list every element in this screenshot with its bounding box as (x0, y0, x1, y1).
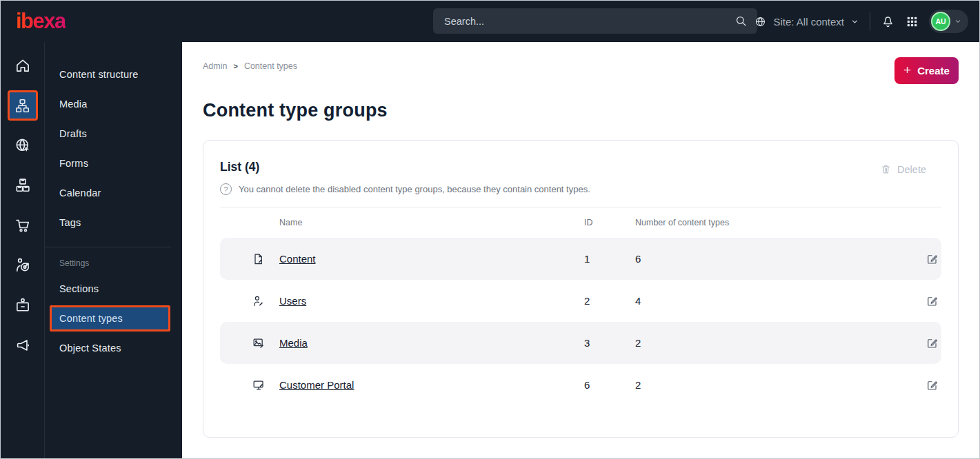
delete-button-label: Delete (897, 164, 926, 175)
packages-icon (14, 176, 32, 194)
sidebar-item-personalization[interactable] (8, 250, 38, 280)
icon-rail (1, 42, 45, 458)
table-row: Users 2 4 (220, 280, 941, 322)
search-input[interactable] (443, 15, 734, 28)
menu-item-label: Calendar (59, 187, 101, 198)
sidebar-item-calendar[interactable]: Calendar (45, 178, 182, 207)
sidebar-item-products[interactable] (8, 170, 38, 201)
main-content: Admin > Content types + Create Content t… (182, 42, 979, 458)
sidebar-item-forms[interactable]: Forms (45, 148, 182, 178)
group-count: 6 (635, 253, 911, 265)
sidebar-item-content-structure[interactable]: Content structure (45, 59, 182, 89)
sidebar-item-sections[interactable]: Sections (45, 274, 182, 303)
sidebar-item-tags[interactable]: Tags (45, 207, 182, 237)
home-icon (14, 57, 32, 74)
edit-icon[interactable] (926, 378, 941, 391)
sidebar-item-drafts[interactable]: Drafts (45, 119, 182, 148)
sidebar-item-marketing[interactable] (8, 330, 38, 360)
menu-item-label: Sections (59, 283, 99, 294)
edit-icon[interactable] (926, 252, 941, 265)
breadcrumb: Admin > Content types (203, 61, 297, 71)
globe-icon (754, 15, 767, 28)
sidebar-item-object-states[interactable]: Object States (45, 333, 182, 363)
column-header-count: Number of content types (635, 218, 911, 227)
user-menu[interactable]: AU (929, 10, 968, 33)
group-link-content[interactable]: Content (279, 253, 316, 265)
chevron-down-icon (850, 17, 859, 26)
group-link-customer-portal[interactable]: Customer Portal (279, 379, 354, 391)
secondary-sidebar: Content structure Media Drafts Forms Cal… (45, 42, 182, 458)
sitemap-icon (14, 97, 31, 114)
app-window: ibexa Site: All context (0, 0, 980, 459)
table-row: Content 1 6 (220, 238, 941, 280)
global-search[interactable] (433, 8, 757, 34)
breadcrumb-content-types: Content types (244, 61, 297, 71)
notifications-bell-icon[interactable] (881, 14, 895, 29)
sidebar-item-content-types[interactable]: Content types (50, 305, 170, 332)
sidebar-item-admin[interactable] (8, 290, 38, 320)
group-link-media[interactable]: Media (279, 337, 308, 349)
menu-item-label: Content structure (59, 69, 139, 80)
page-title: Content type groups (203, 100, 959, 121)
group-link-users[interactable]: Users (279, 295, 306, 307)
sidebar-section-settings: Settings (45, 247, 171, 272)
sidebar-item-media[interactable]: Media (45, 89, 182, 119)
trash-icon (880, 163, 892, 175)
list-title: List (4) (220, 160, 259, 174)
topbar-divider (870, 12, 870, 30)
menu-item-label: Object States (59, 343, 121, 354)
menu-item-label: Content types (59, 313, 123, 324)
top-bar: ibexa Site: All context (1, 1, 979, 42)
table-header: Name ID Number of content types (220, 207, 941, 238)
breadcrumb-admin[interactable]: Admin (203, 61, 227, 71)
sidebar-item-dashboard[interactable] (8, 50, 38, 81)
search-icon[interactable] (734, 14, 748, 28)
create-button[interactable]: + Create (894, 57, 959, 84)
column-header-name: Name (279, 218, 584, 227)
audience-target-icon (14, 256, 32, 274)
monitor-icon (252, 378, 279, 392)
table-row: Customer Portal 6 2 (220, 364, 941, 406)
breadcrumb-separator: > (233, 62, 237, 70)
globe-cursor-icon (14, 136, 32, 154)
group-id: 2 (584, 295, 635, 307)
site-context-label: Site: All context (773, 16, 844, 28)
sidebar-item-site[interactable] (8, 130, 38, 161)
group-id: 3 (584, 337, 635, 349)
column-header-id: ID (584, 218, 635, 227)
image-icon (252, 336, 279, 350)
edit-icon[interactable] (926, 294, 941, 307)
group-id: 1 (584, 253, 635, 265)
file-icon (252, 252, 279, 266)
id-badge-icon (14, 296, 32, 314)
avatar: AU (931, 12, 950, 31)
cart-icon (14, 216, 32, 234)
group-id: 6 (584, 379, 635, 391)
content-type-groups-card: List (4) Delete ? You cannot delete t (203, 140, 959, 438)
menu-item-label: Tags (59, 217, 81, 228)
edit-icon[interactable] (926, 336, 941, 349)
chevron-down-icon (954, 17, 962, 26)
sidebar-item-commerce[interactable] (8, 210, 38, 241)
menu-item-label: Forms (59, 158, 88, 169)
megaphone-icon (14, 336, 32, 354)
group-count: 2 (635, 337, 911, 349)
app-grid-icon[interactable] (906, 15, 919, 28)
site-context-selector[interactable]: Site: All context (754, 15, 859, 28)
plus-icon: + (903, 63, 911, 76)
user-icon (252, 294, 279, 308)
group-count: 2 (635, 379, 911, 391)
help-icon: ? (220, 183, 232, 195)
delete-button[interactable]: Delete (876, 163, 930, 176)
sidebar-item-content[interactable] (8, 90, 38, 121)
topbar-actions: Site: All context (754, 1, 968, 42)
group-count: 4 (635, 295, 911, 307)
table-row: Media 3 2 (220, 322, 941, 364)
info-text: You cannot delete the disabled content t… (239, 184, 590, 194)
menu-item-label: Drafts (59, 128, 87, 139)
ibexa-logo: ibexa (16, 9, 66, 34)
menu-item-label: Media (59, 99, 88, 110)
create-button-label: Create (917, 65, 950, 76)
